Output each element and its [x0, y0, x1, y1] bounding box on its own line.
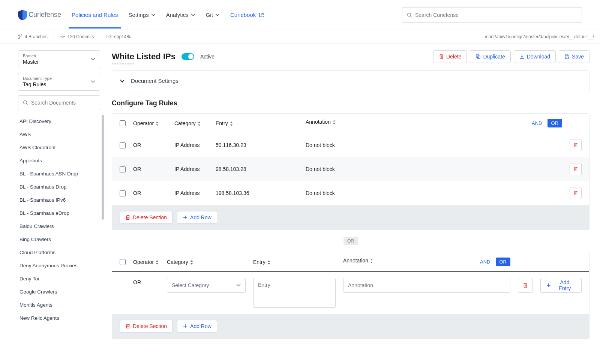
cell-operator: OR	[129, 133, 171, 157]
annotation-input-wrapper	[343, 278, 510, 293]
delete-row-button[interactable]	[570, 163, 582, 175]
content: White Listed IPs Active Delete Duplicate…	[105, 43, 600, 354]
col-annotation[interactable]: Annotation AND OR	[339, 252, 514, 272]
scrollbar[interactable]	[102, 115, 104, 220]
sort-icon	[370, 259, 374, 263]
active-toggle[interactable]	[182, 53, 194, 60]
chevron-down-icon	[151, 13, 156, 16]
delete-section-button[interactable]: Delete Section	[120, 211, 172, 224]
and-tab[interactable]: AND	[530, 119, 544, 127]
delete-button[interactable]: Delete	[433, 50, 467, 63]
nav-git[interactable]: Git	[206, 12, 220, 18]
plus-icon	[183, 324, 188, 329]
chevron-down-icon	[120, 79, 125, 83]
duplicate-button[interactable]: Duplicate	[470, 50, 510, 63]
select-all-checkbox[interactable]	[120, 259, 126, 265]
select-all-checkbox[interactable]	[120, 120, 126, 126]
search-icon	[407, 12, 412, 18]
plus-icon	[546, 283, 551, 288]
download-button[interactable]: Download	[514, 50, 556, 63]
copy-icon	[476, 54, 481, 59]
subbar: 4 Branches 126 Commits ID: xlbp148c /con…	[0, 30, 600, 43]
rule-section-1: Operator Category Entry Annotation AND O…	[112, 113, 590, 230]
list-item[interactable]: Cloud Platforms	[18, 246, 100, 259]
external-link-icon	[258, 12, 264, 18]
branch-label: Branch	[23, 54, 39, 58]
col-category[interactable]: Category	[171, 114, 212, 133]
branch-select[interactable]: Branch Master	[18, 50, 100, 68]
list-item[interactable]: Baidu Crawlers	[18, 220, 100, 233]
svg-point-0	[408, 13, 411, 16]
col-category[interactable]: Category	[163, 252, 249, 272]
col-annotation[interactable]: Annotation AND OR	[302, 114, 566, 133]
sidebar: Branch Master Document Type Tag Rules AP…	[0, 43, 105, 354]
chevron-down-icon	[91, 58, 95, 61]
list-item[interactable]: Google Crawlers	[18, 285, 100, 298]
annotation-input[interactable]	[348, 282, 506, 288]
logo[interactable]: Curiefense	[18, 10, 61, 20]
list-item[interactable]: BL - Spamhaus Drop	[18, 180, 100, 193]
list-item[interactable]: BL - Spamhaus IPv6	[18, 193, 100, 207]
commits-count[interactable]: 126 Commits	[54, 30, 100, 43]
or-tab[interactable]: OR	[548, 119, 562, 127]
list-item[interactable]: Deny Tor	[18, 272, 100, 285]
new-entry-row: OR Select Category	[112, 272, 589, 314]
row-checkbox[interactable]	[120, 166, 126, 172]
document-settings-toggle[interactable]: Document Settings	[112, 70, 590, 91]
svg-line-9	[27, 104, 28, 105]
delete-section-button[interactable]: Delete Section	[120, 320, 172, 333]
or-tab[interactable]: OR	[496, 258, 511, 266]
list-item[interactable]: AWS Cloudfront	[18, 141, 100, 154]
svg-point-3	[21, 34, 22, 36]
delete-row-button[interactable]	[518, 278, 533, 293]
delete-row-button[interactable]	[570, 187, 582, 199]
svg-point-4	[18, 37, 20, 39]
cell-entry: 198.58.103.36	[212, 181, 302, 205]
document-id: ID: xlbp148c	[100, 30, 137, 43]
branches-count[interactable]: 4 Branches	[0, 30, 54, 43]
cell-annotation: Do not block	[302, 157, 566, 181]
nav-analytics[interactable]: Analytics	[166, 12, 195, 18]
list-item[interactable]: Applebots	[18, 154, 100, 167]
plus-icon	[183, 215, 188, 220]
list-item[interactable]: API Discovery	[18, 115, 100, 128]
documents-search-input[interactable]	[31, 100, 97, 106]
row-checkbox[interactable]	[120, 142, 126, 148]
global-search-input[interactable]	[415, 12, 577, 18]
col-operator[interactable]: Operator	[129, 252, 163, 272]
sort-icon	[267, 260, 271, 265]
list-item[interactable]: Deny Anonymous Proxies	[18, 259, 100, 272]
col-entry[interactable]: Entry	[212, 114, 302, 133]
cell-operator: OR	[129, 272, 163, 314]
list-item[interactable]: BL - Spamhaus ASN Drop	[18, 167, 100, 180]
doctype-select[interactable]: Document Type Tag Rules	[18, 73, 100, 91]
add-row-button[interactable]: Add Row	[177, 211, 217, 224]
list-item[interactable]: Monitis Agents	[18, 298, 100, 312]
global-search[interactable]	[402, 7, 582, 23]
svg-line-1	[411, 16, 412, 17]
add-row-button[interactable]: Add Row	[177, 320, 217, 333]
save-button[interactable]: Save	[559, 50, 590, 63]
document-list: API Discovery AWS AWS Cloudfront Applebo…	[18, 115, 100, 325]
and-tab[interactable]: AND	[478, 258, 492, 266]
nav-settings[interactable]: Settings	[128, 12, 155, 18]
list-item[interactable]: Bing Crawlers	[18, 233, 100, 246]
shield-icon	[18, 10, 27, 20]
rule-section-2: Operator Category Entry Annotation AND O…	[112, 252, 590, 339]
delete-row-button[interactable]	[570, 139, 582, 151]
add-entry-button[interactable]: Add Entry	[540, 278, 582, 293]
search-icon	[23, 100, 28, 105]
documents-search[interactable]	[18, 95, 100, 110]
list-item[interactable]: BL - Spamhaus eDrop	[18, 207, 100, 220]
table-row: OR IP Address 98.58.103.28 Do not block	[112, 157, 589, 181]
row-checkbox[interactable]	[120, 190, 126, 196]
nav-curiebook[interactable]: Curiebook	[230, 12, 264, 18]
category-select[interactable]: Select Category	[167, 278, 246, 293]
list-item[interactable]: New Relic Agents	[18, 312, 100, 325]
table-row: OR IP Address 50.116.30.23 Do not block	[112, 133, 589, 157]
col-entry[interactable]: Entry	[249, 252, 339, 272]
nav-policies[interactable]: Policies and Rules	[72, 12, 118, 18]
col-operator[interactable]: Operator	[129, 114, 171, 133]
entry-input[interactable]	[258, 282, 331, 288]
list-item[interactable]: AWS	[18, 128, 100, 141]
